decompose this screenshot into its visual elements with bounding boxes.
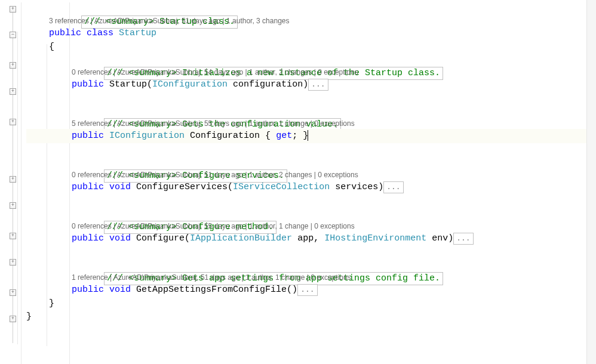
fold-gutter: + − + + + + + + + + + <box>0 2 21 364</box>
doc-summary: /// <summary> Gets app settings from app… <box>26 259 596 272</box>
doc-summary: /// <summary> Gets the configuration val… <box>26 105 596 118</box>
code-brace: } <box>26 297 596 310</box>
fold-button[interactable]: + <box>10 233 16 239</box>
code-brace: } <box>26 310 596 323</box>
code-brace: { <box>26 41 596 54</box>
codelens[interactable]: 0 references | AzureAD\PriyankaSubbraj, … <box>26 169 596 180</box>
code-editor[interactable]: /// <summary> Startup class. 3 reference… <box>21 2 596 364</box>
collapsed-region[interactable]: ... <box>383 181 403 193</box>
fold-button[interactable]: + <box>10 6 16 13</box>
doc-summary: /// <summary> Startup class. <box>26 2 596 16</box>
codelens[interactable]: 0 references | AzureAD\PriyankaSubbraj, … <box>26 221 596 232</box>
collapsed-region[interactable]: ... <box>297 284 317 296</box>
code-line: public Startup(IConfiguration configurat… <box>26 78 596 92</box>
fold-button[interactable]: + <box>10 176 16 183</box>
text-cursor <box>308 130 308 141</box>
code-line: public void ConfigureServices(IServiceCo… <box>26 180 596 195</box>
fold-button[interactable]: + <box>10 119 16 125</box>
codelens[interactable]: 0 references | AzureAD\PriyankaSubbraj, … <box>26 67 596 78</box>
code-line-current: public IConfiguration Configuration { ge… <box>26 129 596 143</box>
fold-button[interactable]: − <box>10 32 16 38</box>
fold-button[interactable]: + <box>10 202 16 209</box>
doc-summary: /// <summary> Initializes a new instance… <box>26 54 596 67</box>
fold-button[interactable]: + <box>10 289 16 296</box>
fold-button[interactable]: + <box>10 62 16 69</box>
fold-button[interactable]: + <box>10 259 16 266</box>
collapsed-region[interactable]: ... <box>453 233 473 245</box>
code-line: public void Configure(IApplicationBuilde… <box>26 232 596 246</box>
code-line: public class Startup <box>26 26 596 41</box>
codelens[interactable]: 1 reference | AzureAD\PriyankaSubbraj, 5… <box>26 272 596 283</box>
doc-summary: /// <summary> Configure method. <box>26 208 596 221</box>
fold-button[interactable]: + <box>10 88 16 95</box>
fold-button[interactable]: + <box>10 316 16 322</box>
scrollbar-track[interactable] <box>586 0 596 364</box>
collapsed-region[interactable]: ... <box>308 79 328 91</box>
codelens[interactable]: 3 references | AzureAD\PriyankaSubbraj, … <box>26 16 596 26</box>
codelens[interactable]: 5 references | AzureAD\PriyankaSubbraj, … <box>26 118 596 129</box>
doc-summary: /// <summary> Configure services. <box>26 156 596 169</box>
code-line: public void GetAppSettingsFromConfigFile… <box>26 283 596 297</box>
